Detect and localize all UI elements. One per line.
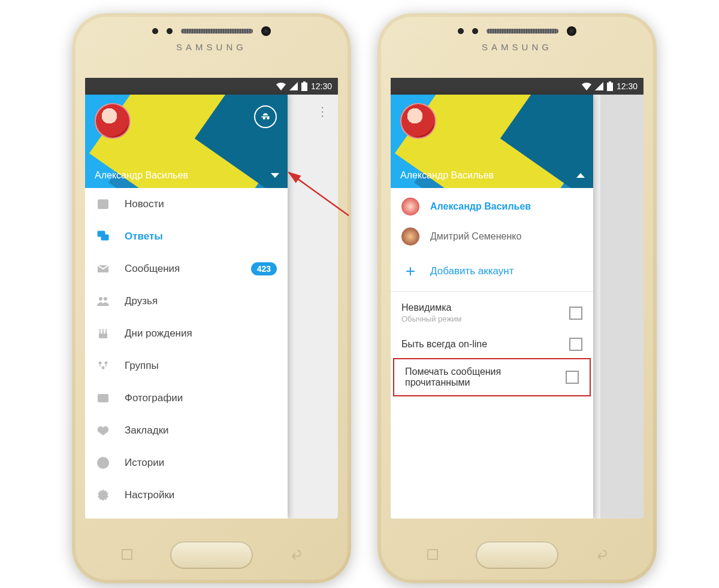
photos-icon bbox=[96, 391, 110, 405]
add-account-label: Добавить аккаунт bbox=[430, 265, 514, 277]
phone-top-hardware: SAMSUNG bbox=[439, 26, 595, 52]
accounts-list: Александр ВасильевДмитрий Семененко bbox=[391, 188, 593, 255]
menu-item-label: Ответы bbox=[125, 231, 163, 243]
option-row[interactable]: НевидимкаОбычный режим bbox=[391, 295, 593, 331]
menu-item-settings[interactable]: Настройки bbox=[85, 479, 288, 511]
brand-label: SAMSUNG bbox=[176, 42, 247, 52]
menu-item-stories[interactable]: Истории bbox=[85, 447, 288, 479]
birthdays-icon bbox=[96, 326, 110, 341]
menu-item-groups[interactable]: Группы bbox=[85, 350, 288, 382]
menu-item-label: Настройки bbox=[125, 489, 174, 501]
menu-item-friends[interactable]: Друзья bbox=[85, 285, 288, 317]
account-avatar bbox=[401, 228, 419, 245]
svg-rect-6 bbox=[101, 235, 108, 240]
svg-rect-1 bbox=[303, 81, 306, 83]
svg-point-16 bbox=[101, 396, 105, 401]
menu-item-photos[interactable]: Фотографии bbox=[85, 382, 288, 414]
screen-right: 12:30 Александр Васильев Александр Васил… bbox=[391, 78, 644, 519]
phone-top-hardware: SAMSUNG bbox=[134, 26, 289, 52]
status-time: 12:30 bbox=[311, 81, 332, 91]
menu-item-label: Группы bbox=[125, 360, 159, 372]
screen-left: 12:30 ⋮ Александр Васильев НовостиОтветы… bbox=[85, 78, 338, 519]
account-avatar bbox=[401, 198, 419, 216]
menu-item-label: Истории bbox=[125, 457, 164, 469]
svg-point-8 bbox=[104, 297, 107, 301]
svg-point-9 bbox=[99, 329, 101, 331]
soft-recent-button[interactable] bbox=[120, 547, 134, 562]
signal-icon bbox=[595, 82, 603, 90]
svg-point-11 bbox=[105, 329, 107, 331]
option-row[interactable]: Помечать сообщения прочитанными bbox=[393, 358, 591, 396]
menu-item-birthdays[interactable]: Дни рождения bbox=[85, 317, 288, 350]
svg-rect-22 bbox=[428, 550, 437, 559]
home-button[interactable] bbox=[170, 541, 253, 569]
account-row[interactable]: Александр Васильев bbox=[391, 192, 593, 222]
menu-item-replies[interactable]: Ответы bbox=[85, 220, 288, 253]
menu-item-messages[interactable]: Сообщения423 bbox=[85, 253, 288, 285]
menu-item-label: Друзья bbox=[125, 295, 158, 307]
svg-point-13 bbox=[105, 362, 108, 365]
avatar[interactable] bbox=[95, 103, 131, 139]
menu-item-label: Фотографии bbox=[125, 392, 183, 404]
news-icon bbox=[96, 197, 110, 211]
status-time: 12:30 bbox=[617, 81, 638, 91]
checkbox[interactable] bbox=[569, 307, 582, 320]
menu-list: НовостиОтветыСообщения423ДрузьяДни рожде… bbox=[85, 188, 288, 519]
soft-recent-button[interactable] bbox=[425, 547, 440, 562]
stories-icon bbox=[96, 456, 110, 470]
wifi-icon bbox=[582, 82, 591, 90]
account-name: Дмитрий Семененко bbox=[430, 231, 521, 242]
battery-icon bbox=[607, 81, 613, 91]
signal-icon bbox=[289, 82, 298, 90]
menu-item-label: Дни рождения bbox=[125, 328, 192, 340]
chevron-down-icon[interactable] bbox=[271, 173, 279, 178]
more-dots-icon[interactable]: ⋮ bbox=[315, 104, 330, 119]
svg-point-7 bbox=[99, 297, 102, 301]
options-list: НевидимкаОбычный режимБыть всегда on-lin… bbox=[391, 295, 593, 396]
checkbox[interactable] bbox=[566, 371, 579, 384]
menu-item-news[interactable]: Новости bbox=[85, 188, 288, 220]
drawer-header[interactable]: Александр Васильев bbox=[391, 95, 593, 188]
account-name: Александр Васильев bbox=[430, 201, 531, 212]
replies-icon bbox=[96, 229, 110, 244]
navigation-drawer: Александр Васильев Александр ВасильевДми… bbox=[391, 95, 593, 519]
badge: 423 bbox=[251, 262, 277, 275]
plus-icon: + bbox=[401, 262, 419, 280]
svg-rect-3 bbox=[99, 202, 104, 203]
svg-rect-21 bbox=[609, 81, 611, 83]
add-account-button[interactable]: + Добавить аккаунт bbox=[391, 255, 593, 287]
account-row[interactable]: Дмитрий Семененко bbox=[391, 222, 593, 251]
invisible-mode-icon[interactable] bbox=[254, 105, 277, 128]
divider bbox=[391, 291, 593, 292]
phone-left: SAMSUNG 12:30 ⋮ Александр Васильев bbox=[72, 13, 351, 583]
svg-rect-0 bbox=[301, 83, 307, 91]
checkbox[interactable] bbox=[569, 338, 582, 351]
option-text: НевидимкаОбычный режим bbox=[401, 302, 562, 323]
soft-back-button[interactable] bbox=[289, 547, 303, 562]
option-text: Помечать сообщения прочитанными bbox=[405, 366, 558, 388]
svg-point-10 bbox=[102, 329, 104, 331]
navigation-drawer: Александр Васильев НовостиОтветыСообщени… bbox=[85, 95, 288, 519]
status-bar: 12:30 bbox=[85, 78, 338, 95]
friends-icon bbox=[96, 294, 110, 308]
drawer-username: Александр Васильев bbox=[400, 170, 494, 181]
phone-right: SAMSUNG 12:30 Александр Васильев Алексан… bbox=[377, 13, 657, 583]
bookmarks-icon bbox=[96, 423, 110, 438]
wifi-icon bbox=[276, 82, 286, 90]
messages-icon bbox=[96, 262, 110, 276]
drawer-header[interactable]: Александр Васильев bbox=[85, 95, 288, 188]
drawer-username: Александр Васильев bbox=[95, 170, 188, 181]
settings-icon bbox=[96, 488, 110, 502]
avatar[interactable] bbox=[400, 103, 436, 139]
brand-label: SAMSUNG bbox=[482, 42, 552, 52]
home-button[interactable] bbox=[476, 541, 558, 569]
chevron-up-icon[interactable] bbox=[576, 173, 585, 178]
menu-item-label: Закладки bbox=[125, 425, 169, 437]
soft-back-button[interactable] bbox=[594, 547, 609, 562]
svg-point-12 bbox=[99, 362, 102, 365]
status-bar: 12:30 bbox=[391, 78, 644, 95]
menu-item-bookmarks[interactable]: Закладки bbox=[85, 414, 288, 447]
option-row[interactable]: Быть всегда on-line bbox=[391, 331, 593, 358]
menu-item-label: Сообщения bbox=[125, 263, 180, 275]
menu-item-label: Новости bbox=[125, 198, 164, 210]
